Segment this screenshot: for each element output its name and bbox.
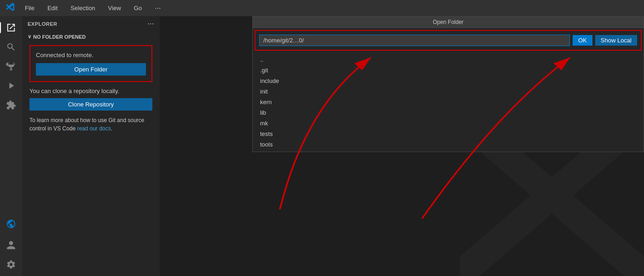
explorer-activity-icon[interactable] [3,20,19,35]
title-bar: File Edit Selection View Go ··· [0,0,644,16]
clone-repository-button[interactable]: Clone Repository [29,98,152,111]
menu-file[interactable]: File [22,4,37,12]
git-help-text: To learn more about how to use Git and s… [29,116,152,133]
dialog-show-local-button[interactable]: Show Local [595,35,637,46]
menu-more[interactable]: ··· [152,3,163,13]
sidebar-section-header[interactable]: ∨ NO FOLDER OPENED [22,32,160,41]
clone-text: You can clone a repository locally. [29,88,152,94]
clone-section: You can clone a repository locally. Clon… [29,88,152,133]
menu-selection[interactable]: Selection [68,4,98,12]
open-folder-button[interactable]: Open Folder [36,63,146,76]
dialog-input-row: OK Show Local [255,30,642,51]
settings-activity-icon[interactable] [3,257,19,272]
folder-list-item[interactable]: kern [253,97,644,107]
menu-go[interactable]: Go [131,4,145,12]
dialog-title: Open Folder [253,17,644,28]
source-control-activity-icon[interactable] [3,59,19,74]
folder-list-item[interactable]: .. [253,54,644,65]
sidebar-more-icon[interactable]: ··· [147,20,154,28]
sidebar-section-label: NO FOLDER OPENED [33,34,86,40]
vscode-logo-icon [6,2,15,14]
read-docs-link[interactable]: read our docs [77,125,110,132]
folder-list-item[interactable]: lib [253,107,644,118]
sidebar-content: Connected to remote. Open Folder You can… [22,41,160,276]
sidebar: EXPLORER ··· ∨ NO FOLDER OPENED Connecte… [22,16,160,276]
folder-list-item[interactable]: mk [253,118,644,129]
remote-activity-icon[interactable] [3,216,19,232]
folder-list-item[interactable]: tools [253,139,644,150]
dialog-ok-button[interactable]: OK [573,35,592,46]
connected-box: Connected to remote. Open Folder [29,45,152,82]
folder-list: ...gitincludeinitkernlibmkteststools [253,53,644,152]
sidebar-header: EXPLORER ··· [22,16,160,32]
folder-list-item[interactable]: init [253,86,644,97]
folder-path-input[interactable] [259,35,570,46]
folder-list-item[interactable]: .git [253,65,644,76]
run-debug-activity-icon[interactable] [3,78,19,94]
menu-edit[interactable]: Edit [45,4,60,12]
folder-list-item[interactable]: include [253,76,644,86]
activity-bar [0,16,22,276]
accounts-activity-icon[interactable] [3,237,19,253]
connected-text: Connected to remote. [36,52,146,59]
folder-list-item[interactable]: tests [253,129,644,139]
sidebar-title: EXPLORER [28,21,58,27]
extensions-activity-icon[interactable] [3,97,19,113]
main-layout: EXPLORER ··· ∨ NO FOLDER OPENED Connecte… [0,16,644,276]
open-folder-dialog: Open Folder OK Show Local ...gitincludei… [252,16,644,152]
chevron-down-icon: ∨ [28,34,31,40]
search-activity-icon[interactable] [3,39,19,55]
editor-area: Open Folder OK Show Local ...gitincludei… [160,16,644,276]
menu-view[interactable]: View [105,4,124,12]
